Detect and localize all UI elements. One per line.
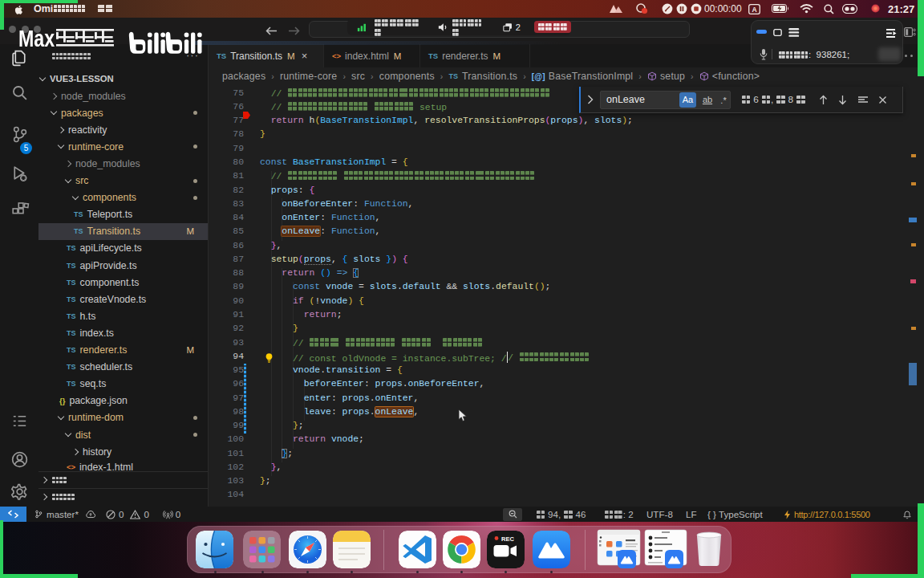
svg-text:REC: REC xyxy=(501,535,514,543)
svg-text:A: A xyxy=(752,5,756,13)
